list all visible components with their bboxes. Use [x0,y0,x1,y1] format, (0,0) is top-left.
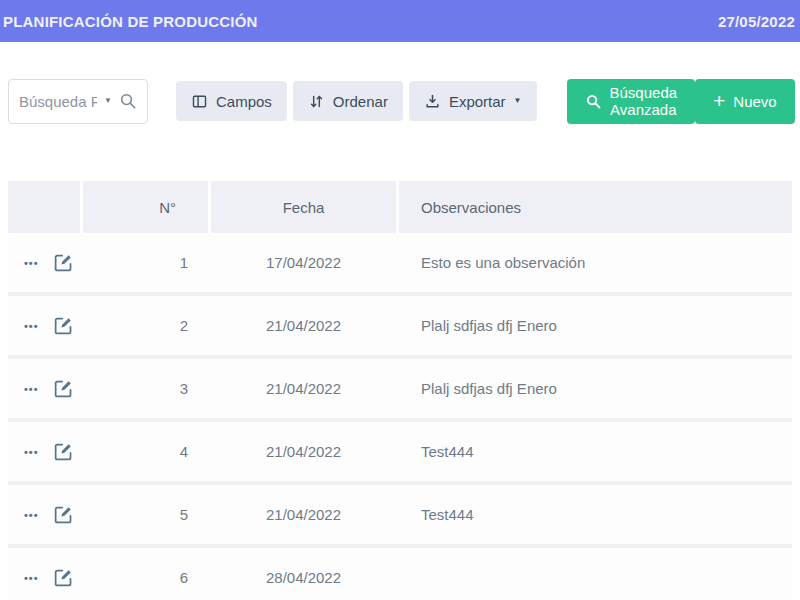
chevron-down-icon[interactable]: ▼ [104,97,112,105]
sort-icon [308,93,325,110]
row-actions-menu-button[interactable]: ••• [22,381,41,397]
quick-search-box[interactable]: Búsqueda Ráp ▼ [8,79,148,124]
cell-n: 2 [83,296,208,355]
edit-pencil-icon [53,315,74,336]
row-edit-button[interactable] [53,252,74,273]
table-header-row: N° Fecha Observaciones [8,181,792,233]
ordenar-label: Ordenar [333,93,388,110]
row-edit-button[interactable] [53,315,74,336]
header-fecha: Fecha [211,181,396,233]
toolbar-right-group: + Nuevo [695,79,800,124]
header-n: N° [83,181,208,233]
row-actions-menu-button[interactable]: ••• [22,444,41,460]
table-row: ••• 6 28/04/2022 [8,548,792,600]
records-table: N° Fecha Observaciones ••• 1 17/04/2022 … [8,181,792,600]
row-edit-button[interactable] [53,567,74,588]
busqueda-avanzada-button[interactable]: Búsqueda Avanzada [567,79,696,124]
page-title: PLANIFICACIÓN DE PRODUCCIÓN [3,13,258,30]
row-actions-menu-button[interactable]: ••• [22,318,41,334]
cell-observaciones [399,548,792,600]
cell-n: 3 [83,359,208,418]
cell-fecha: 21/04/2022 [211,296,396,355]
cell-n: 5 [83,485,208,544]
row-actions-menu-button[interactable]: ••• [22,255,41,271]
exportar-label: Exportar [449,93,506,110]
cell-fecha: 28/04/2022 [211,548,396,600]
quick-search-value: Búsqueda Ráp [19,93,97,110]
cell-observaciones: Plalj sdfjas dfj Enero [399,296,792,355]
toolbar-button-group: Campos Ordenar Exportar ▼ [176,81,543,121]
toolbar: Búsqueda Ráp ▼ Campos [8,78,792,124]
table-row: ••• 5 21/04/2022 Test444 [8,485,792,548]
edit-pencil-icon [53,252,74,273]
exportar-button[interactable]: Exportar ▼ [409,81,537,121]
table-row: ••• 4 21/04/2022 Test444 [8,422,792,485]
row-edit-button[interactable] [53,378,74,399]
cell-fecha: 21/04/2022 [211,422,396,481]
ordenar-button[interactable]: Ordenar [293,81,403,121]
row-actions-menu-button[interactable]: ••• [22,570,41,586]
nuevo-label: Nuevo [733,93,776,110]
row-edit-button[interactable] [53,504,74,525]
edit-pencil-icon [53,441,74,462]
cell-observaciones: Esto es una observación [399,233,792,292]
cell-observaciones: Test444 [399,485,792,544]
cell-n: 4 [83,422,208,481]
row-actions-menu-button[interactable]: ••• [22,507,41,523]
search-icon[interactable] [119,92,137,110]
table-row: ••• 2 21/04/2022 Plalj sdfjas dfj Enero [8,296,792,359]
edit-pencil-icon [53,504,74,525]
table-row: ••• 1 17/04/2022 Esto es una observación [8,233,792,296]
edit-pencil-icon [53,567,74,588]
campos-label: Campos [216,93,272,110]
cell-fecha: 17/04/2022 [211,233,396,292]
cell-observaciones: Test444 [399,422,792,481]
cell-n: 1 [83,233,208,292]
app-header: PLANIFICACIÓN DE PRODUCCIÓN 27/05/2022 [0,0,800,42]
header-actions [8,181,80,233]
row-edit-button[interactable] [53,441,74,462]
download-icon [424,93,441,110]
table-row: ••• 3 21/04/2022 Plalj sdfjas dfj Enero [8,359,792,422]
cell-fecha: 21/04/2022 [211,359,396,418]
header-observaciones: Observaciones [399,181,792,233]
campos-button[interactable]: Campos [176,81,287,121]
header-date: 27/05/2022 [718,13,795,30]
columns-icon [191,93,208,110]
nuevo-button[interactable]: + Nuevo [695,79,795,124]
edit-pencil-icon [53,378,74,399]
cell-fecha: 21/04/2022 [211,485,396,544]
chevron-down-icon: ▼ [514,97,522,105]
plus-icon: + [713,90,725,111]
cell-n: 6 [83,548,208,600]
busqueda-avanzada-label: Búsqueda Avanzada [610,84,678,118]
search-icon [585,93,602,110]
cell-observaciones: Plalj sdfjas dfj Enero [399,359,792,418]
